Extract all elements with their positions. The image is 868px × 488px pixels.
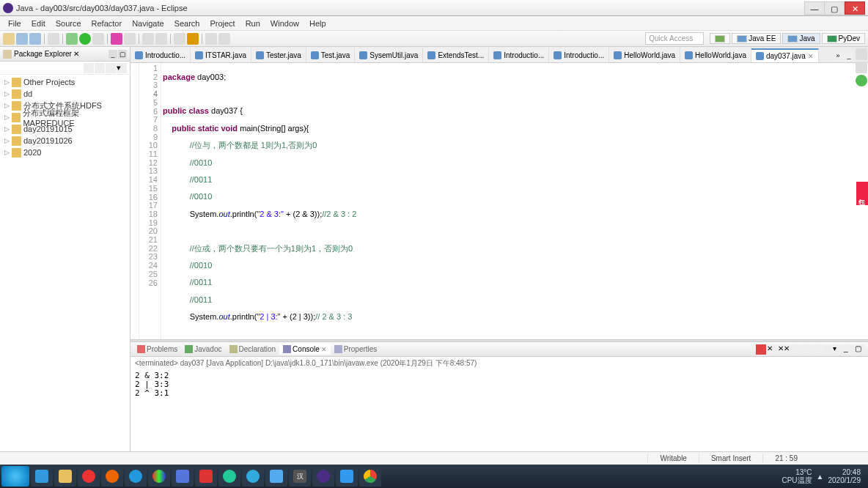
taskbar-chrome[interactable]: [359, 466, 381, 487]
perspective-pydev[interactable]: PyDev: [822, 33, 865, 44]
debug-button[interactable]: [66, 33, 78, 45]
skip-button[interactable]: [187, 33, 199, 45]
new-button[interactable]: [3, 33, 15, 45]
open-console-button[interactable]: ▾: [833, 344, 843, 355]
taskbar-app2[interactable]: [125, 466, 147, 487]
taskbar-app7[interactable]: 汉: [289, 466, 311, 487]
red-packet-tab[interactable]: 红包: [856, 182, 868, 205]
close-tab-icon[interactable]: ✕: [808, 53, 814, 60]
editor-tab[interactable]: Introductio...: [130, 48, 191, 62]
view-min-button[interactable]: _: [844, 344, 854, 355]
taskbar-youdao[interactable]: [195, 466, 217, 487]
tab-console[interactable]: Console✕: [279, 344, 331, 355]
system-tray[interactable]: 13°CCPU温度 ▲ 20:482020/1/29: [781, 468, 867, 484]
new-class-button[interactable]: [111, 33, 122, 45]
save-button[interactable]: [16, 33, 28, 45]
menu-refactor[interactable]: Refactor: [87, 18, 128, 29]
menu-help[interactable]: Help: [304, 18, 331, 29]
line-number-gutter[interactable]: 1234567891011121314151617181920212223242…: [139, 63, 161, 339]
misc-view-icon[interactable]: [856, 75, 867, 86]
save-all-button[interactable]: [29, 33, 41, 45]
clear-console-button[interactable]: [789, 344, 799, 355]
taskbar-app6[interactable]: [265, 466, 287, 487]
forward-button[interactable]: [218, 33, 230, 45]
editor-tab[interactable]: Test.java: [306, 48, 355, 62]
taskbar-explorer[interactable]: [54, 466, 76, 487]
editor-tab-bar: Introductio... ITSTAR.java Tester.java T…: [130, 47, 868, 63]
code-content[interactable]: package day003; public class day037 { pu…: [161, 63, 868, 339]
scroll-lock-button[interactable]: [800, 344, 810, 355]
editor-tab[interactable]: SysemUtil.java: [355, 48, 423, 62]
menu-window[interactable]: Window: [265, 18, 304, 29]
taskbar-app3[interactable]: [148, 466, 170, 487]
taskbar-app8[interactable]: [336, 466, 358, 487]
taskbar-app1[interactable]: [78, 466, 100, 487]
tree-item: ▷day20191026: [1, 135, 128, 147]
build-button[interactable]: [48, 33, 59, 45]
maximize-button[interactable]: ▢: [824, 1, 845, 15]
editor-tab[interactable]: HelloWorld.java: [680, 48, 751, 62]
toggle-button[interactable]: [174, 33, 185, 45]
menu-project[interactable]: Project: [205, 18, 240, 29]
menu-navigate[interactable]: Navigate: [127, 18, 169, 29]
menu-source[interactable]: Source: [51, 18, 87, 29]
task-list-icon[interactable]: [856, 62, 867, 73]
menu-file[interactable]: File: [3, 18, 26, 29]
view-maximize-button[interactable]: ▢: [118, 50, 127, 59]
tab-declaration[interactable]: Declaration: [226, 344, 280, 355]
taskbar-eclipse[interactable]: [312, 466, 334, 487]
open-perspective-button[interactable]: [710, 33, 730, 44]
open-type-button[interactable]: [142, 33, 154, 45]
tab-problems[interactable]: Problems: [133, 344, 181, 355]
new-package-button[interactable]: [124, 33, 136, 45]
editor-tab-active[interactable]: day037.java✕: [751, 48, 819, 63]
close-button[interactable]: ✕: [845, 1, 865, 15]
console-header: <terminated> day037 [Java Application] D…: [130, 357, 868, 370]
remove-button[interactable]: ✕: [767, 344, 777, 355]
minimize-button[interactable]: —: [804, 1, 825, 15]
editor-tab[interactable]: ITSTAR.java: [191, 48, 251, 62]
tray-icon[interactable]: ▲: [817, 473, 824, 481]
run-button[interactable]: [79, 33, 91, 45]
view-max-button[interactable]: ▢: [855, 344, 865, 355]
focus-button[interactable]: [106, 63, 116, 73]
pin-console-button[interactable]: [811, 344, 821, 355]
link-editor-button[interactable]: [95, 63, 105, 73]
display-button[interactable]: [822, 344, 832, 355]
taskbar-app5[interactable]: [218, 466, 240, 487]
show-list-button[interactable]: »: [833, 52, 843, 62]
search-button[interactable]: [155, 33, 167, 45]
status-cursor-position: 21 : 59: [762, 454, 809, 462]
perspective-javaee[interactable]: Java EE: [732, 33, 781, 44]
back-button[interactable]: [205, 33, 217, 45]
view-minimize-button[interactable]: _: [108, 50, 117, 59]
quick-access-input[interactable]: Quick Access: [645, 32, 704, 45]
editor-tab[interactable]: Introductio...: [549, 48, 609, 62]
tab-properties[interactable]: Properties: [331, 344, 381, 355]
taskbar-ie[interactable]: [31, 466, 53, 487]
menu-search[interactable]: Search: [169, 18, 205, 29]
menu-edit[interactable]: Edit: [26, 18, 51, 29]
coverage-button[interactable]: [92, 33, 104, 45]
editor-tab[interactable]: ExtendsTest...: [423, 48, 489, 62]
collapse-all-button[interactable]: [84, 63, 94, 73]
view-menu-button[interactable]: ▾: [117, 63, 127, 73]
editor-tab[interactable]: Tester.java: [251, 48, 306, 62]
outline-view-icon[interactable]: [856, 48, 867, 60]
code-editor[interactable]: 1234567891011121314151617181920212223242…: [130, 63, 868, 339]
java-file-icon: [553, 51, 562, 59]
editor-tab[interactable]: HelloWorld.java: [609, 48, 680, 62]
perspective-java[interactable]: Java: [782, 33, 820, 44]
start-button[interactable]: [1, 466, 29, 487]
taskbar-firefox[interactable]: [101, 466, 123, 487]
taskbar-ie2[interactable]: [242, 466, 264, 487]
menu-run[interactable]: Run: [240, 18, 265, 29]
tab-javadoc[interactable]: Javadoc: [181, 344, 225, 355]
remove-all-button[interactable]: ✕✕: [778, 344, 788, 355]
terminate-button[interactable]: [756, 344, 766, 355]
editor-tab[interactable]: Introductio...: [489, 48, 549, 62]
project-tree[interactable]: ▷Other Projects ▷dd ▷分布式文件系统HDFS ▷分布式编程框…: [0, 75, 130, 472]
tree-item: ▷Other Projects: [1, 76, 128, 88]
taskbar-app4[interactable]: [172, 466, 194, 487]
editor-minimize-button[interactable]: _: [844, 52, 854, 62]
